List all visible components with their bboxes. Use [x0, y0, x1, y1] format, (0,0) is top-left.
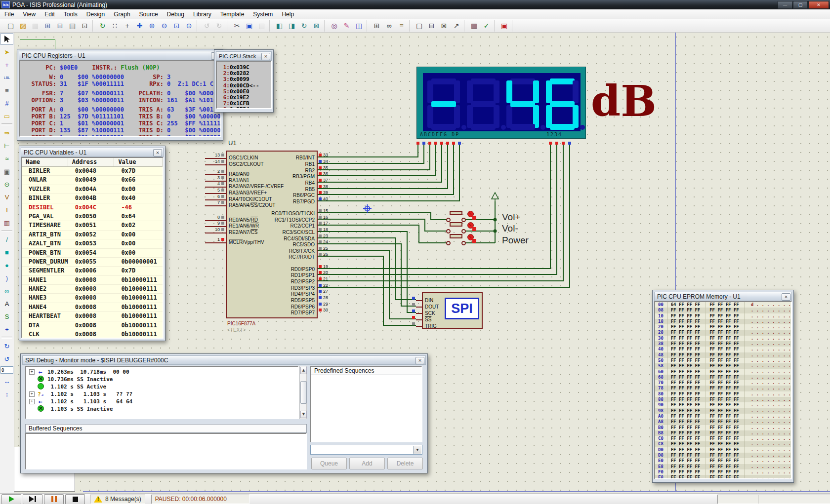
variable-row[interactable]: HANE30x00080b10000111 — [22, 294, 163, 303]
design-explorer-icon[interactable]: ⊞ — [371, 20, 383, 32]
spi-tree-scrollbar[interactable]: ▲ ▼ — [299, 366, 307, 419]
new-sheet-icon[interactable]: ▢ — [413, 20, 425, 32]
graph-mode-icon[interactable]: ≈ — [0, 153, 13, 164]
scroll-thumb[interactable] — [300, 381, 307, 404]
eprom-memory-row[interactable]: 30FF FF FF FFFF FF FF FF. . . . . . . . — [655, 336, 791, 341]
menu-design[interactable]: Design — [82, 10, 109, 19]
menu-tools[interactable]: Tools — [59, 10, 82, 19]
make-device-icon[interactable]: ✎ — [340, 20, 353, 32]
pick-device-icon[interactable]: ◎ — [328, 20, 340, 32]
maximize-button[interactable]: ▢ — [793, 1, 808, 9]
terminal-mode-icon[interactable]: ⇒ — [0, 127, 13, 139]
variable-row[interactable]: PGA_VAL0x00500x64 — [22, 212, 163, 221]
title-bar[interactable]: isis PGA - ISIS Professional (Animating)… — [0, 0, 830, 9]
virtual-instruments-mode-icon[interactable]: ▥ — [0, 217, 13, 229]
spi-tree-item[interactable]: +?➔ 1.102 s 1.103 s ?? ?? — [29, 390, 298, 398]
menu-template[interactable]: Template — [216, 10, 249, 19]
open-design-icon[interactable]: ▨ — [17, 20, 29, 32]
eprom-memory-row[interactable]: 68FF FF FF FFFF FF FF FF. . . . . . . . — [655, 375, 791, 380]
variable-row[interactable]: HANE10x00080b10000111 — [22, 276, 163, 285]
stop-button[interactable] — [65, 494, 85, 504]
push-button-power[interactable] — [450, 234, 462, 238]
packaging-tool-icon[interactable]: ◫ — [353, 20, 365, 32]
variable-row[interactable]: DESIBEL0x004C-46 — [22, 203, 163, 212]
eprom-memory-row[interactable]: F0FF FF FF FFFF FF FF FF. . . . . . . . — [655, 469, 791, 475]
mark-output-area-icon[interactable]: ⊡ — [79, 20, 91, 32]
eprom-memory-row[interactable]: 08FF FF FF FFFF FF FF FF. . . . . . . . — [655, 308, 791, 313]
variable-row[interactable]: CLK0x00080b10000111 — [22, 330, 163, 339]
eprom-memory-row[interactable]: 20FF FF FF FFFF FF FF FF. . . . . . . . — [655, 324, 791, 330]
eprom-memory-row[interactable]: 38FF FF FF FFFF FF FF FF. . . . . . . . — [655, 341, 791, 347]
push-button-vol-minus[interactable] — [450, 222, 462, 227]
eprom-memory-row[interactable]: 28FF FF FF FFFF FF FF FF. . . . . . . . — [655, 330, 791, 335]
eprom-memory-row[interactable]: 78FF FF FF FFFF FF FF FF. . . . . . . . — [655, 386, 791, 391]
voltage-probe-mode-icon[interactable]: V — [0, 191, 13, 203]
false-origin-icon[interactable]: + — [121, 20, 133, 32]
eprom-memory-row[interactable]: 0064 FF FF FFFF FF FF FFd . . . . . . . — [655, 302, 791, 308]
eprom-memory-row[interactable]: E0FF FF FF FFFF FF FF FF. . . . . . . . — [655, 458, 791, 464]
variable-row[interactable]: HANE40x00080b10000111 — [22, 303, 163, 312]
eprom-title-bar[interactable]: PIC CPU EPROM Memory - U1 × — [654, 292, 792, 301]
menu-system[interactable]: System — [249, 10, 277, 19]
spi-debug-title-bar[interactable]: SPI Debug - Monitor mode - $ISPI DEBUGGE… — [22, 355, 426, 365]
add-button[interactable]: Add — [349, 458, 385, 469]
wire-label-mode-icon[interactable]: LBL — [0, 72, 13, 83]
delete-block-icon[interactable]: ⊠ — [310, 20, 323, 32]
save-design-icon[interactable]: ▦ — [29, 20, 42, 32]
variable-row[interactable]: SEGMENTLER0x00060x7D — [22, 267, 163, 275]
spi-tree-item[interactable]: 1.103 s SS Inactive — [29, 405, 298, 413]
delete-button[interactable]: Delete — [387, 458, 423, 469]
variable-row[interactable]: DTA0x00080b10000111 — [22, 321, 163, 330]
symbol-2d-icon[interactable]: S — [0, 310, 13, 322]
refresh-display-icon[interactable]: ↻ — [96, 20, 109, 32]
spi-tree-item[interactable]: 10.736ms SS Inactive — [29, 376, 298, 383]
variable-row[interactable]: BINLER0x004B0x40 — [22, 194, 163, 203]
text-2d-icon[interactable]: A — [0, 298, 13, 310]
variable-row[interactable]: POWER_DURUM0x00550b00000001 — [22, 258, 163, 267]
eprom-memory-row[interactable]: B8FF FF FF FFFF FF FF FF. . . . . . . . — [655, 430, 791, 436]
spi-tree-item[interactable]: +← 1.102 s 1.103 s 64 64 — [29, 398, 298, 405]
component-mode-icon[interactable]: ➤ — [0, 46, 13, 58]
eprom-memory-row[interactable]: C0FF FF FF FFFF FF FF FF. . . . . . . . — [655, 436, 791, 441]
export-section-icon[interactable]: ⊟ — [54, 20, 66, 32]
eprom-memory-row[interactable]: F8FF FF FF FFFF FF FF FF. . . . . . . . — [655, 475, 791, 479]
circle-2d-icon[interactable]: ● — [0, 259, 13, 271]
remove-sheet-icon[interactable]: ⊟ — [425, 20, 438, 32]
tape-recorder-mode-icon[interactable]: ▣ — [0, 165, 13, 177]
menu-edit[interactable]: Edit — [40, 10, 59, 19]
registers-title-bar[interactable]: PIC CPU Registers - U1 × — [19, 51, 221, 60]
eprom-memory-row[interactable]: 70FF FF FF FFFF FF FF FF. . . . . . . . — [655, 380, 791, 386]
generator-mode-icon[interactable]: ⊙ — [0, 178, 13, 190]
copy-icon[interactable]: ▣ — [243, 20, 255, 32]
zoom-out-icon[interactable]: ⊖ — [158, 20, 170, 32]
menu-debug[interactable]: Debug — [163, 10, 189, 19]
menu-view[interactable]: View — [18, 10, 40, 19]
variable-row[interactable]: TIMESHARE0x00510x02 — [22, 221, 163, 230]
eprom-memory-row[interactable]: 10FF FF FF FFFF FF FF FF. . . . . . . . — [655, 313, 791, 319]
zoom-in-icon[interactable]: ⊕ — [146, 20, 158, 32]
mirror-vertical-icon[interactable]: ↕ — [0, 388, 13, 400]
scroll-up-icon[interactable]: ▲ — [300, 367, 307, 374]
pan-icon[interactable]: ✚ — [133, 20, 146, 32]
eprom-memory-row[interactable]: A0FF FF FF FFFF FF FF FF. . . . . . . . — [655, 414, 791, 419]
buffered-sequences-list[interactable] — [25, 433, 307, 469]
scroll-down-icon[interactable]: ▼ — [300, 411, 307, 418]
sequence-combobox[interactable]: ▼ — [310, 445, 422, 455]
variable-row[interactable]: ARTIR_BTN0x00520x00 — [22, 231, 163, 239]
current-probe-mode-icon[interactable]: I — [0, 204, 13, 216]
eprom-close-icon[interactable]: × — [782, 293, 790, 301]
zoom-area-icon[interactable]: ⊡ — [170, 20, 183, 32]
eprom-memory-row[interactable]: D0FF FF FF FFFF FF FF FF. . . . . . . . — [655, 447, 791, 453]
eprom-memory-row[interactable]: B0FF FF FF FFFF FF FF FF. . . . . . . . — [655, 425, 791, 430]
netlist-to-ares-icon[interactable]: ▣ — [498, 20, 510, 32]
expand-plus-icon[interactable]: + — [29, 399, 35, 404]
path-2d-icon[interactable]: ∞ — [0, 285, 13, 297]
paste-icon[interactable]: ▤ — [255, 20, 268, 32]
variables-column-header[interactable]: Name — [22, 158, 68, 166]
eprom-memory-row[interactable]: 88FF FF FF FFFF FF FF FF. . . . . . . . — [655, 397, 791, 402]
eprom-memory-row[interactable]: E8FF FF FF FFFF FF FF FF. . . . . . . . — [655, 464, 791, 469]
variables-title-bar[interactable]: PIC CPU Variables - U1 × — [21, 148, 164, 157]
cut-icon[interactable]: ✂ — [231, 20, 243, 32]
variable-row[interactable]: ONLAR0x00490x66 — [22, 176, 163, 185]
menu-file[interactable]: File — [0, 10, 18, 19]
